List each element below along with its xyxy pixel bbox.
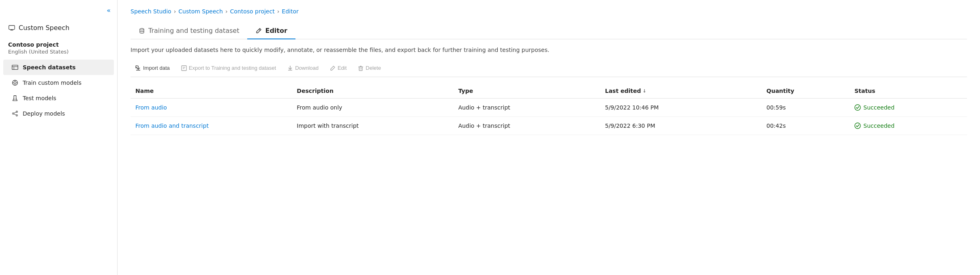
th-status: Status xyxy=(849,84,967,99)
row2-last-edited: 5/9/2022 6:30 PM xyxy=(600,117,762,135)
th-quantity: Quantity xyxy=(762,84,849,99)
row1-description: From audio only xyxy=(292,99,453,117)
tab-editor-label: Editor xyxy=(265,27,287,34)
svg-line-19 xyxy=(259,29,260,30)
sidebar-item-train-custom-models[interactable]: Train custom models xyxy=(3,75,114,90)
tab-training-label: Training and testing dataset xyxy=(148,27,239,34)
row2-quantity: 00:42s xyxy=(762,117,849,135)
svg-point-14 xyxy=(16,111,18,113)
row1-name: From audio xyxy=(131,99,292,117)
row2-name: From audio and transcript xyxy=(131,117,292,135)
breadcrumb-sep-2: › xyxy=(225,8,228,15)
edit-label: Edit xyxy=(338,65,347,71)
import-data-button[interactable]: Import data xyxy=(131,62,175,73)
breadcrumb-sep-1: › xyxy=(174,8,176,15)
row1-status: Succeeded xyxy=(849,99,967,117)
breadcrumb-speech-studio[interactable]: Speech Studio xyxy=(131,8,171,15)
svg-rect-28 xyxy=(359,67,362,71)
trash-icon xyxy=(358,65,364,71)
svg-rect-23 xyxy=(182,66,186,71)
svg-line-17 xyxy=(14,114,16,115)
row2-type: Audio + transcript xyxy=(454,117,600,135)
breadcrumb-custom-speech[interactable]: Custom Speech xyxy=(178,8,223,15)
delete-button[interactable]: Delete xyxy=(353,62,386,73)
project-name: Contoso project xyxy=(0,40,117,49)
sidebar-label-deploy: Deploy models xyxy=(23,110,65,117)
row1-last-edited: 5/9/2022 10:46 PM xyxy=(600,99,762,117)
row1-name-link[interactable]: From audio xyxy=(135,104,167,111)
svg-rect-0 xyxy=(9,25,15,29)
tab-training-testing[interactable]: Training and testing dataset xyxy=(131,23,247,39)
th-type: Type xyxy=(454,84,600,99)
svg-point-7 xyxy=(14,82,16,84)
datasets-icon xyxy=(11,64,19,71)
svg-point-13 xyxy=(13,113,14,114)
toolbar: Import data Export to Training and testi… xyxy=(131,62,967,77)
edit-icon xyxy=(330,65,336,71)
sidebar-collapse-area: « xyxy=(0,6,117,21)
deploy-icon xyxy=(11,110,19,117)
svg-point-15 xyxy=(16,115,18,116)
svg-point-34 xyxy=(855,123,860,129)
sidebar: « Custom Speech Contoso project English … xyxy=(0,0,118,275)
download-label: Download xyxy=(295,65,319,71)
svg-rect-3 xyxy=(12,65,18,70)
sort-down-icon: ↓ xyxy=(643,88,646,94)
table-row: From audio From audio only Audio + trans… xyxy=(131,99,967,117)
page-description: Import your uploaded datasets here to qu… xyxy=(131,46,967,54)
test-icon xyxy=(11,95,19,102)
row2-status-text: Succeeded xyxy=(863,122,894,129)
sidebar-item-speech-datasets[interactable]: Speech datasets xyxy=(3,60,114,75)
export-icon xyxy=(181,65,187,71)
table-row: From audio and transcript Import with tr… xyxy=(131,117,967,135)
collapse-icon[interactable]: « xyxy=(107,6,111,14)
sidebar-title-text: Custom Speech xyxy=(19,24,69,32)
row2-name-link[interactable]: From audio and transcript xyxy=(135,122,209,129)
table-body: From audio From audio only Audio + trans… xyxy=(131,99,967,135)
train-icon xyxy=(11,79,19,86)
export-label: Export to Training and testing dataset xyxy=(189,65,276,71)
data-table: Name Description Type Last edited ↓ Quan… xyxy=(131,84,967,135)
th-description: Description xyxy=(292,84,453,99)
sidebar-label-speech-datasets: Speech datasets xyxy=(23,64,76,71)
row1-type: Audio + transcript xyxy=(454,99,600,117)
sidebar-item-deploy-models[interactable]: Deploy models xyxy=(3,106,114,121)
svg-point-18 xyxy=(140,28,144,30)
sidebar-app-title: Custom Speech xyxy=(0,21,117,40)
database-icon xyxy=(139,28,145,34)
import-data-label: Import data xyxy=(143,65,170,71)
download-button[interactable]: Download xyxy=(282,62,323,73)
breadcrumb: Speech Studio › Custom Speech › Contoso … xyxy=(131,8,967,15)
download-icon xyxy=(287,65,293,71)
main-content: Speech Studio › Custom Speech › Contoso … xyxy=(118,0,980,275)
th-last-edited[interactable]: Last edited ↓ xyxy=(600,84,762,99)
sidebar-item-test-models[interactable]: Test models xyxy=(3,90,114,106)
edit-button[interactable]: Edit xyxy=(325,62,351,73)
delete-label: Delete xyxy=(366,65,381,71)
row2-status: Succeeded xyxy=(849,117,967,135)
svg-line-16 xyxy=(14,112,16,113)
row2-description: Import with transcript xyxy=(292,117,453,135)
row1-status-text: Succeeded xyxy=(863,104,894,111)
svg-point-33 xyxy=(855,105,860,110)
table-header: Name Description Type Last edited ↓ Quan… xyxy=(131,84,967,99)
tabs-container: Training and testing dataset Editor xyxy=(131,23,967,39)
speech-icon xyxy=(8,24,15,32)
success-icon-2 xyxy=(854,122,861,129)
breadcrumb-contoso-project[interactable]: Contoso project xyxy=(230,8,275,15)
success-icon xyxy=(854,104,861,111)
import-icon xyxy=(135,65,141,71)
breadcrumb-sep-3: › xyxy=(277,8,280,15)
export-button[interactable]: Export to Training and testing dataset xyxy=(176,62,281,73)
th-name: Name xyxy=(131,84,292,99)
project-language: English (United States) xyxy=(0,49,117,60)
pencil-icon xyxy=(255,28,262,34)
sidebar-label-train: Train custom models xyxy=(23,79,81,86)
breadcrumb-editor[interactable]: Editor xyxy=(282,8,298,15)
tab-editor[interactable]: Editor xyxy=(247,23,295,39)
row1-quantity: 00:59s xyxy=(762,99,849,117)
sidebar-label-test: Test models xyxy=(23,95,56,101)
